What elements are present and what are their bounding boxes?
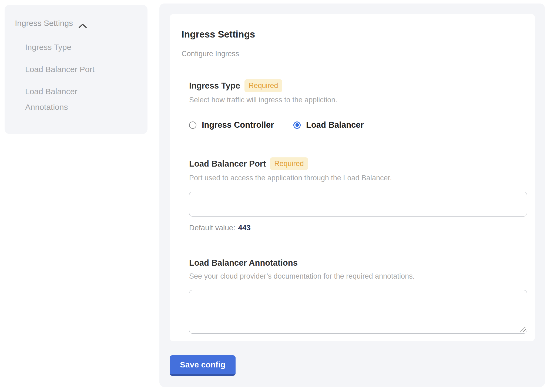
load-balancer-annotations-heading: Load Balancer Annotations xyxy=(189,258,298,268)
radio-option-ingress-controller[interactable]: Ingress Controller xyxy=(189,120,274,130)
radio-label: Load Balancer xyxy=(306,120,364,130)
sidebar-nav: Ingress Type Load Balancer Port Load Bal… xyxy=(15,39,139,115)
load-balancer-port-description: Port used to access the application thro… xyxy=(189,173,522,183)
chevron-up-icon xyxy=(78,21,87,26)
main-panel: Ingress Settings Configure Ingress Ingre… xyxy=(159,4,545,387)
default-value-row: Default value:443 xyxy=(189,224,522,232)
radio-option-load-balancer[interactable]: Load Balancer xyxy=(293,120,364,130)
default-value-label: Default value: xyxy=(189,224,235,232)
required-badge: Required xyxy=(244,79,282,92)
load-balancer-annotations-description: See your cloud provider’s documentation … xyxy=(189,272,522,281)
load-balancer-port-input[interactable] xyxy=(189,192,527,217)
radio-button-icon[interactable] xyxy=(189,121,196,129)
radio-label: Ingress Controller xyxy=(202,120,274,130)
required-badge: Required xyxy=(270,157,308,170)
settings-sidebar: Ingress Settings Ingress Type Load Balan… xyxy=(5,5,147,134)
sidebar-section-ingress-settings[interactable]: Ingress Settings xyxy=(15,18,139,28)
ingress-settings-card: Ingress Settings Configure Ingress Ingre… xyxy=(170,14,535,341)
section-load-balancer-annotations: Load Balancer Annotations See your cloud… xyxy=(189,258,522,334)
settings-sections: Ingress Type Required Select how traffic… xyxy=(189,79,522,334)
section-ingress-type: Ingress Type Required Select how traffic… xyxy=(189,79,522,130)
page-title: Ingress Settings xyxy=(182,29,522,40)
ingress-type-description: Select how traffic will ingress to the a… xyxy=(189,95,522,104)
sidebar-item-load-balancer-port[interactable]: Load Balancer Port xyxy=(25,62,118,77)
sidebar-section-label: Ingress Settings xyxy=(15,18,73,28)
default-value: 443 xyxy=(238,224,251,232)
save-config-button[interactable]: Save config xyxy=(170,355,236,376)
sidebar-item-ingress-type[interactable]: Ingress Type xyxy=(25,39,118,55)
ingress-type-heading: Ingress Type xyxy=(189,80,240,91)
ingress-type-radio-group: Ingress Controller Load Balancer xyxy=(189,120,522,130)
section-load-balancer-port: Load Balancer Port Required Port used to… xyxy=(189,157,522,232)
radio-button-icon[interactable] xyxy=(293,121,301,129)
page-subtitle: Configure Ingress xyxy=(182,49,522,58)
load-balancer-annotations-textarea[interactable] xyxy=(189,290,527,334)
load-balancer-port-heading: Load Balancer Port xyxy=(189,158,266,169)
sidebar-item-load-balancer-annotations[interactable]: Load Balancer Annotations xyxy=(25,84,118,115)
